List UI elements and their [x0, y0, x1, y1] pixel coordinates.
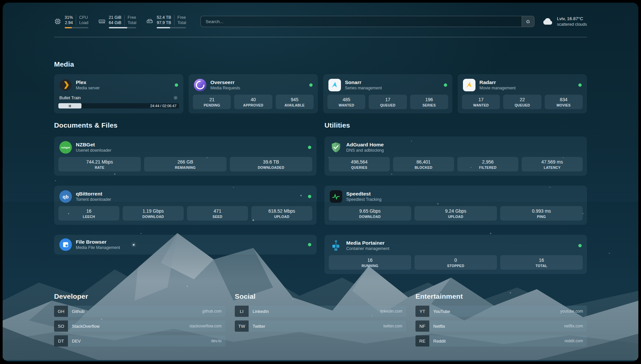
card-portainer[interactable]: Media Portainer Container management 16 … [324, 235, 587, 274]
card-speedtest[interactable]: Speedtest Speedtest Tracking 9.65 Gbps D… [324, 186, 587, 225]
stat-leech: 16 LEECH [58, 206, 119, 221]
bookmark-reddit[interactable]: RE Reddit reddit.com [415, 335, 587, 347]
disk-free-label: Free [174, 15, 186, 20]
service-name: Speedtest [346, 191, 382, 197]
service-name: AdGuard Home [346, 141, 384, 148]
stat-queued: 17 QUEUED [369, 95, 407, 109]
stat-rate: 744.21 Mbps RATE [58, 157, 141, 171]
service-name: Media Portainer [346, 240, 389, 246]
stat-stopped: 0 STOPPED [414, 255, 497, 270]
stat-seed: 471 SEED [187, 206, 248, 221]
stat-remaining: 266 GB REMAINING [144, 157, 227, 171]
weather-condition: scattered clouds [557, 22, 587, 27]
playback-time: 24:44 / 02:06:47 [150, 103, 176, 108]
stat-upload: 9.24 Gbps UPLOAD [414, 206, 497, 221]
bookmark-netflix[interactable]: NF Netflix netflix.com [415, 320, 587, 332]
card-sonarr[interactable]: Sonarr Series management 485 WANTED 17 Q… [323, 74, 452, 113]
bookmark-url: dev.to [211, 339, 226, 343]
search-provider-button[interactable]: G [522, 16, 534, 27]
stat-blocked: 86,401 BLOCKED [393, 157, 454, 171]
overseerr-icon [194, 79, 206, 91]
pause-icon [69, 105, 70, 107]
bookmark-github[interactable]: GH Github github.com [54, 306, 226, 317]
section-title-entertainment: Entertainment [415, 292, 587, 300]
card-plex[interactable]: Plex Media server Bullet Train [54, 74, 183, 113]
stat-running: 16 RUNNING [329, 255, 411, 270]
bookmark-abbr: SO [54, 320, 68, 332]
disk-total-label: Total [174, 20, 186, 25]
bookmark-name: StackOverflow [68, 324, 100, 329]
section-social: Social LI LinkedIn linkedin.com TW Twitt… [235, 292, 406, 347]
bookmark-url: github.com [202, 309, 226, 314]
stat-movies: 834 MOVIES [545, 95, 583, 109]
service-name: Radarr [479, 79, 516, 85]
bookmark-url: netflix.com [564, 324, 587, 328]
bookmark-name: LinkedIn [249, 309, 269, 314]
stat-queued: 22 QUEUED [503, 95, 541, 109]
gear-icon[interactable] [173, 95, 178, 100]
disk-usage-bar [157, 27, 186, 28]
bookmark-youtube[interactable]: YT YouTube youtube.com [415, 306, 587, 317]
card-radarr[interactable]: Radarr Movie management 17 WANTED 22 QUE… [458, 74, 587, 113]
sonarr-icon [328, 79, 341, 91]
stat-download: 1.19 Gbps DOWNLOAD [123, 206, 184, 221]
service-subtitle: Torrent downloader [76, 197, 111, 202]
plex-icon [59, 79, 72, 91]
service-subtitle: DNS and adblocking [346, 148, 384, 153]
stat-pending: 21 PENDING [193, 95, 231, 109]
stat-latency: 47.569 ms LATENCY [522, 157, 583, 171]
speedtest-icon [330, 190, 342, 203]
disk-icon [146, 18, 153, 25]
service-subtitle: Usenet downloader [76, 148, 111, 153]
service-name: qBittorrent [76, 191, 111, 197]
bookmark-linkedin[interactable]: LI LinkedIn linkedin.com [235, 306, 406, 317]
bookmark-url: twitter.com [383, 324, 406, 328]
service-subtitle: Media File Management [76, 245, 120, 251]
cpu-percent: 31% [65, 15, 76, 20]
memory-widget: 21 GiB Free 64 GiB Total [98, 15, 137, 28]
stat-queries: 498,564 QUERIES [329, 157, 390, 171]
cpu-label: CPU [76, 15, 88, 20]
memory-total-label: Total [124, 20, 136, 25]
card-nzbget[interactable]: nzbget NZBGet Usenet downloader 744.21 M… [54, 136, 317, 176]
bookmark-twitter[interactable]: TW Twitter twitter.com [235, 320, 406, 332]
stat-wanted: 485 WANTED [327, 95, 365, 109]
status-dot [444, 83, 447, 87]
card-overseerr[interactable]: Overseerr Media Requests 21 PENDING 40 A… [189, 74, 318, 113]
memory-total-value: 64 GiB [109, 20, 124, 25]
card-qbittorrent[interactable]: qb qBittorrent Torrent downloader 16 [54, 186, 317, 225]
section-title-utilities: Utilities [324, 121, 587, 129]
search-input[interactable] [201, 16, 522, 27]
memory-free-label: Free [124, 15, 136, 20]
snow-speck [133, 244, 135, 246]
disk-total-value: 97.9 TB [157, 20, 174, 25]
bookmark-name: YouTube [429, 309, 450, 314]
status-dot [308, 195, 311, 198]
bookmark-dev[interactable]: DT DEV dev.to [54, 335, 226, 347]
bookmark-abbr: RE [415, 335, 429, 347]
status-dot [308, 243, 311, 246]
cpu-load-label: Load [76, 20, 88, 25]
cpu-load-value: 2.94 [65, 20, 76, 25]
bookmark-name: Reddit [429, 339, 446, 344]
service-name: Plex [76, 79, 100, 85]
bookmark-name: Netflix [429, 324, 445, 329]
qbittorrent-icon: qb [59, 190, 72, 203]
bookmark-url: linkedin.com [380, 309, 406, 314]
bookmark-url: youtube.com [560, 309, 587, 314]
section-title-media: Media [54, 60, 587, 68]
playback-progress-bar[interactable]: 24:44 / 02:06:47 [58, 103, 179, 108]
bookmark-abbr: GH [54, 306, 68, 317]
service-name: Sonarr [345, 79, 382, 85]
cpu-icon [54, 18, 61, 25]
section-entertainment: Entertainment YT YouTube youtube.com NF … [415, 292, 587, 347]
stat-downloaded: 39.6 TB DOWNLOADED [230, 157, 312, 171]
card-filebrowser[interactable]: File Browser Media File Management [54, 235, 317, 255]
section-utilities: Utilities [324, 121, 587, 274]
cpu-widget: 31% CPU 2.94 Load [54, 15, 88, 28]
card-adguard[interactable]: AdGuard Home DNS and adblocking 498,564 … [324, 136, 587, 176]
bookmark-stackoverflow[interactable]: SO StackOverflow stackoverflow.com [54, 320, 226, 332]
service-name: File Browser [76, 239, 120, 245]
stat-ping: 0.993 ms PING [500, 206, 583, 221]
bookmark-url: reddit.com [565, 339, 587, 343]
